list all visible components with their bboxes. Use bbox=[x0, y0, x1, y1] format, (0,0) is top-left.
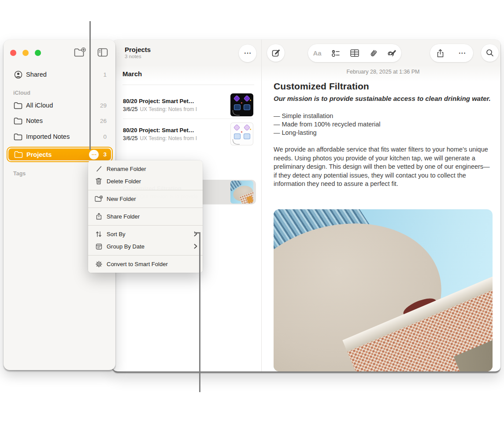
menu-item-delete-folder[interactable]: Delete Folder bbox=[88, 175, 203, 187]
sidebar-item-count: 26 bbox=[100, 118, 107, 124]
sidebar-section-icloud: iCloud bbox=[13, 90, 30, 96]
new-folder-icon bbox=[93, 196, 104, 202]
bullet-line: — Long-lasting bbox=[274, 129, 493, 137]
note-date: February 28, 2025 at 1:36 PM bbox=[274, 69, 493, 75]
close-button[interactable] bbox=[10, 50, 16, 56]
notes-count: 3 notes bbox=[125, 54, 151, 59]
menu-item-convert-to-smart-folder[interactable]: Convert to Smart Folder bbox=[88, 258, 203, 270]
note-title: 80/20 Project: Smart Pet… bbox=[123, 127, 226, 133]
sidebar-item-count: 1 bbox=[103, 71, 107, 78]
note-title: 80/20 Project: Smart Pet… bbox=[123, 98, 226, 104]
diagram-dot bbox=[241, 102, 242, 104]
menu-item-label: Sort By bbox=[107, 231, 194, 237]
note-bullet-list: — Simple installation — Made from 100% r… bbox=[274, 112, 493, 137]
menu-item-rename-folder[interactable]: Rename Folder bbox=[88, 163, 203, 175]
sidebar-item-count: 29 bbox=[100, 102, 107, 109]
sidebar-section-tags: Tags bbox=[13, 171, 26, 177]
diagram-node bbox=[234, 96, 240, 101]
attachment-button[interactable] bbox=[369, 49, 377, 57]
note-row-2[interactable]: 80/20 Project: Smart Pet… 3/6/25UX Testi… bbox=[119, 122, 256, 146]
folder-title: Projects bbox=[125, 46, 151, 53]
share-icon bbox=[93, 213, 104, 220]
note-meta: 3/6/25UX Testing: Notes from I bbox=[123, 135, 226, 141]
diagram-node bbox=[234, 105, 240, 110]
row-separator bbox=[123, 119, 253, 119]
diagram-node bbox=[234, 134, 240, 139]
note-text: 80/20 Project: Smart Pet… 3/6/25UX Testi… bbox=[123, 98, 226, 112]
search-button[interactable] bbox=[481, 44, 499, 62]
menu-item-label: Delete Folder bbox=[107, 178, 197, 185]
format-text-button[interactable]: Aa bbox=[313, 49, 321, 57]
menu-separator bbox=[88, 255, 203, 256]
share-toolbar-group: ••• bbox=[430, 44, 473, 62]
diagram-dot bbox=[250, 100, 251, 101]
diagram-connector bbox=[233, 110, 240, 115]
compose-button[interactable] bbox=[267, 44, 285, 62]
more-button[interactable]: ••• bbox=[458, 51, 466, 56]
menu-separator bbox=[88, 190, 203, 190]
sidebar-item-imported-notes[interactable]: Imported Notes 0 bbox=[7, 130, 112, 143]
toggle-sidebar-button[interactable] bbox=[96, 47, 109, 58]
zoom-button[interactable] bbox=[35, 50, 41, 56]
folder-icon bbox=[13, 117, 23, 125]
notes-list-header: Projects 3 notes bbox=[125, 46, 151, 59]
diagram-node bbox=[234, 125, 240, 130]
chevron-right-icon bbox=[194, 244, 197, 249]
ellipsis-icon: ••• bbox=[91, 153, 97, 156]
note-attachment-image[interactable] bbox=[274, 209, 493, 371]
sidebar-item-label: Projects bbox=[26, 151, 89, 158]
new-folder-button[interactable] bbox=[73, 47, 86, 58]
diagram-node bbox=[244, 96, 250, 101]
note-date: 3/6/25 bbox=[123, 106, 137, 112]
note-preview: UX Testing: Notes from I bbox=[140, 106, 197, 112]
screenshot-canvas: Projects 3 notes ••• March 80/20 Project… bbox=[0, 0, 504, 430]
sidebar-item-projects-focus-ring: Projects ••• 3 bbox=[7, 147, 113, 162]
folder-more-button[interactable]: ••• bbox=[89, 150, 99, 159]
callout-line-sort-by-vertical bbox=[199, 232, 200, 392]
note-row-1[interactable]: 80/20 Project: Smart Pet… 3/6/25UX Testi… bbox=[119, 93, 256, 117]
folder-context-menu: Rename Folder Delete Folder New F bbox=[88, 160, 203, 273]
format-toolbar-group: Aa bbox=[308, 44, 401, 62]
sidebar-item-label: All iCloud bbox=[26, 102, 100, 109]
sort-arrows-icon bbox=[93, 231, 104, 237]
markup-scribble-button[interactable] bbox=[387, 49, 397, 57]
note-preview: UX Testing: Notes from I bbox=[140, 135, 197, 141]
list-more-button[interactable]: ••• bbox=[239, 44, 256, 62]
note-date: 3/6/25 bbox=[123, 135, 137, 141]
menu-item-new-folder[interactable]: New Folder bbox=[88, 193, 203, 205]
menu-item-sort-by[interactable]: Sort By bbox=[88, 228, 203, 240]
group-separator bbox=[122, 85, 254, 85]
trash-icon bbox=[93, 178, 104, 185]
note-paragraph: We provide an affordable service that fi… bbox=[274, 145, 493, 189]
note-thumbnail-filter-photo bbox=[230, 181, 253, 204]
bullet-line: — Simple installation bbox=[274, 112, 493, 120]
menu-item-group-by-date[interactable]: Group By Date bbox=[88, 240, 203, 252]
group-header-march: March bbox=[122, 70, 142, 78]
menu-item-label: Share Folder bbox=[107, 213, 197, 220]
menu-separator bbox=[88, 225, 203, 226]
pencil-icon bbox=[93, 166, 104, 172]
sidebar-item-label: Shared bbox=[26, 71, 103, 78]
folder-icon bbox=[13, 102, 23, 109]
note-thumbnail-diagram-dark bbox=[230, 93, 253, 116]
note-title: Customized Filtration bbox=[274, 81, 493, 92]
minimize-button[interactable] bbox=[22, 50, 29, 56]
table-button[interactable] bbox=[350, 49, 359, 57]
menu-item-share-folder[interactable]: Share Folder bbox=[88, 210, 203, 222]
sidebar-item-notes[interactable]: Notes 26 bbox=[7, 115, 112, 127]
sidebar-item-count: 3 bbox=[103, 151, 107, 158]
diagram-node bbox=[244, 125, 250, 130]
checklist-button[interactable] bbox=[331, 49, 340, 57]
note-subtitle: Our mission is to provide sustainable ac… bbox=[274, 94, 493, 103]
sidebar-item-shared[interactable]: Shared 1 bbox=[7, 68, 112, 81]
note-body[interactable]: Customized Filtration Our mission is to … bbox=[274, 81, 493, 189]
sidebar-item-projects[interactable]: Projects ••• 3 bbox=[8, 148, 111, 160]
sidebar-item-label: Notes bbox=[26, 117, 100, 124]
note-meta: 3/6/25UX Testing: Notes from I bbox=[123, 106, 226, 112]
gear-icon bbox=[93, 261, 104, 267]
callout-line-folder-more bbox=[89, 21, 91, 150]
sidebar-item-count: 0 bbox=[103, 133, 107, 140]
share-button[interactable] bbox=[437, 49, 444, 58]
sidebar-item-label: Imported Notes bbox=[26, 133, 103, 140]
sidebar-item-all-icloud[interactable]: All iCloud 29 bbox=[7, 99, 112, 111]
